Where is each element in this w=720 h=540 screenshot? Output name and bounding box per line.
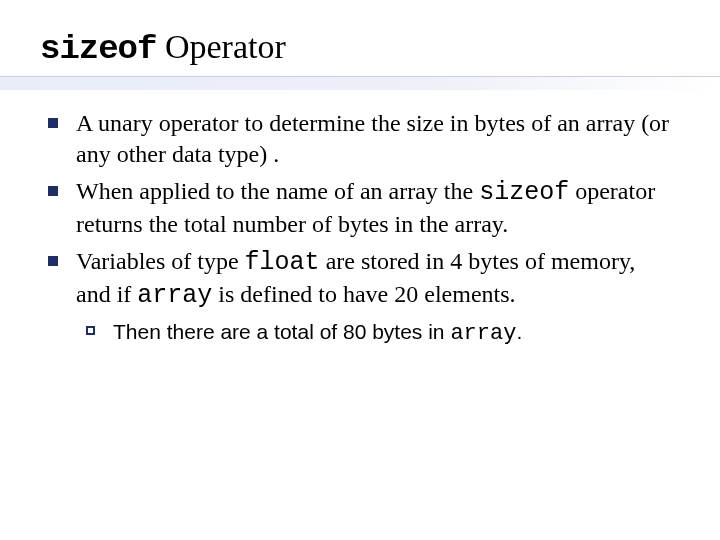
code-span: sizeof (479, 178, 569, 207)
bullet-text: A unary operator to determine the size i… (76, 108, 672, 169)
slide-content: A unary operator to determine the size i… (0, 90, 720, 348)
square-bullet-icon (48, 256, 58, 266)
bullet-item: When applied to the name of an array the… (48, 176, 672, 240)
sub-bullet-item: Then there are a total of 80 bytes in ar… (86, 318, 672, 349)
bullet-text: Variables of type float are stored in 4 … (76, 246, 672, 312)
title-divider (0, 76, 720, 90)
sub-bullet-text: Then there are a total of 80 bytes in ar… (113, 318, 522, 349)
code-span: float (245, 248, 320, 277)
hollow-square-bullet-icon (86, 326, 95, 335)
text-span: is defined to have 20 elements. (212, 281, 515, 307)
text-span: . (516, 320, 522, 343)
title-code: sizeof (40, 30, 156, 68)
square-bullet-icon (48, 118, 58, 128)
slide-title-area: sizeof Operator (0, 0, 720, 68)
text-span: When applied to the name of an array the (76, 178, 479, 204)
bullet-item: Variables of type float are stored in 4 … (48, 246, 672, 312)
text-span: Variables of type (76, 248, 245, 274)
title-rest: Operator (156, 28, 285, 65)
bullet-text: When applied to the name of an array the… (76, 176, 672, 240)
code-span: array (137, 281, 212, 310)
text-span: Then there are a total of 80 bytes in (113, 320, 450, 343)
code-span: array (450, 321, 516, 346)
square-bullet-icon (48, 186, 58, 196)
text-span: A unary operator to determine the size i… (76, 110, 669, 167)
bullet-item: A unary operator to determine the size i… (48, 108, 672, 169)
slide-title: sizeof Operator (40, 28, 720, 68)
